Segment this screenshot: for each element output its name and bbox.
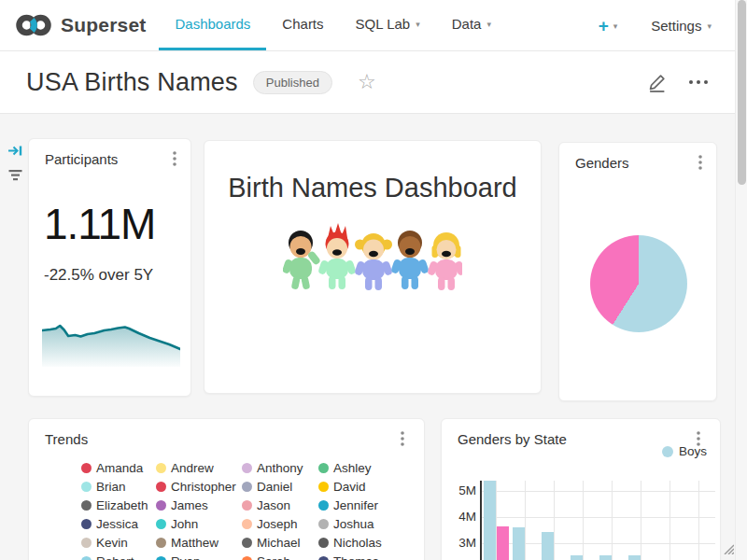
legend-item[interactable]: Sarah — [242, 552, 318, 560]
legend-item[interactable]: Kevin — [81, 533, 156, 552]
main-nav: Dashboards Charts SQL Lab ▾ Data ▾ — [159, 0, 506, 50]
settings-dropdown[interactable]: Settings ▾ — [651, 18, 712, 34]
y-axis-tick-label: 3M — [446, 536, 476, 550]
bar-boys — [571, 555, 583, 560]
filter-icon[interactable] — [7, 168, 23, 186]
legend-item[interactable]: Anthony — [242, 458, 318, 477]
legend-item[interactable]: Thomas — [318, 552, 393, 560]
kebab-menu-icon[interactable] — [401, 431, 404, 450]
chevron-down-icon: ▾ — [707, 22, 712, 31]
legend-item[interactable]: Daniel — [242, 477, 318, 496]
legend-item[interactable]: Ryan — [156, 552, 242, 560]
chevron-down-icon: ▾ — [486, 21, 491, 29]
legend-item[interactable]: Joseph — [242, 514, 318, 533]
bar-boys — [599, 555, 612, 560]
expand-filter-bar-icon[interactable] — [7, 143, 23, 162]
vertical-scrollbar — [735, 0, 747, 560]
chevron-down-icon: ▾ — [613, 22, 618, 31]
ellipsis-menu-icon[interactable] — [689, 80, 708, 84]
infinity-logo-icon — [15, 12, 52, 38]
page-title: USA Births Names — [26, 68, 238, 97]
bar-girls — [497, 526, 509, 560]
trends-legend: AmandaAndrewAnthonyAshleyBrianChristophe… — [81, 458, 393, 560]
legend-item[interactable]: Jennifer — [318, 496, 393, 514]
chevron-down-icon: ▾ — [416, 21, 420, 29]
legend-item[interactable]: Matthew — [156, 533, 242, 552]
new-item-dropdown[interactable]: + ▾ — [599, 17, 618, 35]
dashboard-header: USA Births Names Published ☆ — [0, 51, 747, 114]
settings-label: Settings — [651, 18, 701, 34]
chart-title: Participants — [45, 151, 118, 167]
legend-item[interactable]: Jessica — [81, 514, 156, 533]
nav-dashboards[interactable]: Dashboards — [159, 0, 266, 50]
edit-pencil-icon[interactable] — [647, 73, 667, 92]
nav-charts-label: Charts — [282, 16, 323, 32]
genders-card: Genders — [558, 142, 717, 401]
genders-by-state-bar-chart: 5M4M3M — [480, 481, 715, 560]
nav-sql-lab[interactable]: SQL Lab ▾ — [340, 0, 436, 50]
legend-item[interactable]: Andrew — [156, 458, 242, 477]
y-axis-tick-label: 5M — [446, 483, 476, 497]
participants-card: Participants 1.11M -22.5% over 5Y — [28, 138, 191, 397]
legend-item[interactable]: Christopher — [156, 477, 242, 496]
legend-item[interactable]: Nicholas — [318, 533, 393, 552]
nav-sql-lab-label: SQL Lab — [356, 16, 411, 32]
big-number-subheader: -22.5% over 5Y — [44, 266, 153, 285]
bar-boys — [513, 527, 525, 560]
legend-item[interactable]: Michael — [242, 533, 318, 552]
nav-charts[interactable]: Charts — [266, 0, 339, 50]
y-axis-tick-label: 4M — [446, 510, 476, 524]
resize-grip-icon[interactable] — [719, 539, 734, 558]
navbar-right: + ▾ Settings ▾ — [599, 0, 747, 50]
participants-sparkline — [42, 313, 180, 369]
chart-title: Trends — [45, 431, 88, 447]
legend-item[interactable]: Amanda — [81, 458, 156, 477]
birth-names-header-card: Birth Names Dashboard — [204, 140, 542, 394]
legend-item[interactable]: David — [318, 477, 393, 496]
children-illustration — [204, 222, 541, 295]
chart-title: Genders — [575, 155, 629, 171]
chart-title: Genders by State — [458, 431, 567, 447]
kebab-menu-icon[interactable] — [698, 155, 702, 174]
legend-item[interactable]: Jason — [242, 496, 318, 514]
legend-item[interactable]: Elizabeth — [81, 496, 156, 514]
legend-item[interactable]: Joshua — [318, 514, 393, 533]
big-number-value: 1.11M — [44, 203, 155, 245]
superset-logo[interactable]: Superset — [15, 0, 146, 50]
genders-pie-chart — [590, 235, 687, 332]
legend-item[interactable]: Brian — [81, 477, 156, 496]
scrollbar-thumb[interactable] — [738, 0, 746, 185]
header-actions — [647, 73, 721, 92]
published-badge[interactable]: Published — [253, 71, 332, 94]
legend-item[interactable]: Robert — [81, 552, 156, 560]
superset-app: Superset Dashboards Charts SQL Lab ▾ Dat… — [0, 0, 747, 560]
markdown-heading: Birth Names Dashboard — [204, 173, 541, 203]
legend-item-boys[interactable]: Boys — [662, 444, 707, 458]
nav-data-label: Data — [452, 16, 482, 32]
brand-name: Superset — [61, 14, 146, 36]
legend-item[interactable]: John — [156, 514, 242, 533]
bar-boys — [542, 532, 554, 560]
legend-label: Boys — [679, 444, 707, 458]
legend-item[interactable]: James — [156, 496, 242, 514]
genders-by-state-card: Genders by State Boys 5M4M3M — [441, 418, 721, 560]
dashboard-body: Participants 1.11M -22.5% over 5Y Birth … — [0, 114, 747, 560]
kebab-menu-icon[interactable] — [173, 151, 176, 170]
favorite-star-icon[interactable]: ☆ — [358, 72, 376, 92]
top-navbar: Superset Dashboards Charts SQL Lab ▾ Dat… — [0, 0, 747, 51]
legend-item[interactable]: Ashley — [318, 458, 393, 477]
nav-data[interactable]: Data ▾ — [436, 0, 507, 50]
nav-dashboards-label: Dashboards — [175, 16, 250, 32]
trends-card: Trends AmandaAndrewAnthonyAshleyBrianChr… — [28, 418, 425, 560]
plus-icon: + — [599, 17, 609, 35]
bar-boys — [628, 555, 641, 560]
legend-dot — [662, 446, 673, 457]
bar-boys — [484, 481, 496, 560]
